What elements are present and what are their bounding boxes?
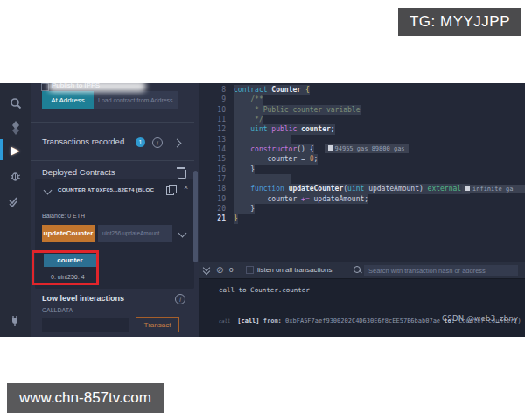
code-line[interactable]: 8contract Counter {	[200, 85, 525, 94]
sidebar-scrollbar[interactable]	[193, 171, 198, 262]
deploy-run-panel: Publish to IPFS At Address Transactions …	[31, 83, 200, 337]
terminal-search-input[interactable]	[364, 265, 518, 276]
line-number: 17	[200, 174, 234, 184]
contract-header-label[interactable]: COUNTER AT 0XF05...82E74 (BLOC	[58, 186, 154, 192]
low-level-info-icon[interactable]: i	[175, 294, 186, 304]
listen-all-label[interactable]: listen on all transactions	[257, 266, 332, 274]
deploy-run-icon[interactable]: ▶	[0, 139, 31, 160]
deployed-contracts-title: Deployed Contracts	[42, 167, 115, 177]
update-counter-button[interactable]: updateCounter	[42, 225, 94, 242]
code-line[interactable]: 17	[200, 174, 525, 184]
terminal-panel: ⊘ 0 listen on all transactions call to C…	[200, 262, 525, 337]
line-number: 8	[200, 85, 234, 94]
csdn-watermark: CSDN @web3_zbny	[442, 314, 525, 323]
code-line[interactable]: 20 }	[200, 204, 525, 214]
code-line[interactable]: 11 */	[200, 115, 525, 124]
contract-collapse-chevron-icon[interactable]	[44, 186, 52, 195]
line-number: 13	[200, 135, 234, 144]
gas-fuel-icon	[328, 145, 332, 150]
call-tag-label: call	[219, 318, 230, 324]
transactions-count-badge: 1	[136, 137, 145, 147]
line-number: 16	[200, 164, 234, 174]
contract-balance-label: Balance: 0 ETH	[42, 213, 85, 219]
line-number: 12	[200, 124, 234, 134]
calldata-label: CALLDATA	[42, 307, 73, 313]
solidity-compiler-icon[interactable]	[0, 118, 31, 137]
transactions-info-icon[interactable]: i	[152, 137, 163, 148]
tg-contact-badge: TG: MYYJJPP	[398, 8, 522, 36]
search-icon[interactable]	[0, 94, 31, 113]
line-number: 18	[200, 184, 234, 193]
expand-args-chevron-icon[interactable]	[178, 229, 187, 238]
calldata-input[interactable]	[42, 318, 130, 332]
at-address-button[interactable]: At Address	[42, 91, 94, 108]
line-number: 10	[200, 105, 234, 115]
line-number: 20	[200, 204, 234, 214]
transact-button[interactable]: Transact	[136, 317, 179, 332]
remove-contract-close-icon[interactable]: ×	[184, 183, 188, 192]
line-number: 15	[200, 154, 234, 164]
line-number: 19	[200, 194, 234, 204]
gas-fuel-icon	[466, 186, 470, 191]
debugger-bug-icon[interactable]	[0, 166, 31, 186]
line-number: 21	[200, 214, 234, 223]
line-number: 11	[200, 115, 234, 124]
terminal-log-call-summary[interactable]: call to Counter.counter	[219, 286, 310, 294]
code-line[interactable]: 10 * Public counter variable	[200, 105, 525, 115]
gas-estimate-chip: 94955 gas 89800 gas	[325, 144, 409, 153]
low-level-interactions-title: Low level interactions	[42, 294, 124, 303]
line-number: 14	[200, 144, 234, 154]
code-line[interactable]: 12 uint public counter;	[200, 124, 525, 134]
gas-estimate-chip: infinite ga	[462, 185, 525, 193]
code-line[interactable]: 13	[200, 135, 525, 144]
red-highlight-rectangle	[32, 250, 99, 285]
website-url-badge: www.chn-857tv.com	[7, 383, 164, 413]
code-line[interactable]: 16 }	[200, 164, 525, 174]
code-line[interactable]: 14 constructor() {94955 gas 89800 gas	[200, 144, 525, 154]
code-line[interactable]: 9 /**	[200, 94, 525, 104]
pending-tx-count: 0	[229, 266, 233, 274]
plugin-icon-bar: ▶	[0, 83, 31, 337]
at-address-input[interactable]	[94, 91, 178, 108]
terminal-toolbar: ⊘ 0 listen on all transactions	[200, 262, 525, 279]
code-line[interactable]: 19 counter += updateAmount;	[200, 194, 525, 204]
unit-testing-icon[interactable]	[0, 192, 31, 212]
code-line[interactable]: 15 counter = 0;	[200, 154, 525, 164]
code-line[interactable]: 21}	[200, 214, 525, 223]
copy-address-icon[interactable]	[166, 186, 174, 195]
remix-ide-screenshot: ▶ Publish to IPFS At Address Transaction…	[0, 83, 525, 337]
clear-deployed-trash-icon[interactable]	[178, 170, 186, 178]
update-amount-input[interactable]	[98, 225, 172, 242]
listen-all-checkbox[interactable]	[246, 266, 254, 274]
plugin-manager-plug-icon[interactable]	[0, 311, 31, 330]
code-editor[interactable]: 8contract Counter {9 /**10 * Public coun…	[200, 83, 525, 262]
transactions-expand-chevron-icon[interactable]	[173, 139, 182, 148]
line-number: 9	[200, 94, 234, 104]
transactions-recorded-label: Transactions recorded	[42, 136, 124, 146]
clear-console-ban-icon[interactable]: ⊘	[216, 266, 223, 275]
terminal-search-icon	[354, 266, 360, 273]
code-line[interactable]: 18 function updateCounter(uint updateAmo…	[200, 184, 525, 193]
blur-smudge-overlay	[48, 83, 146, 92]
